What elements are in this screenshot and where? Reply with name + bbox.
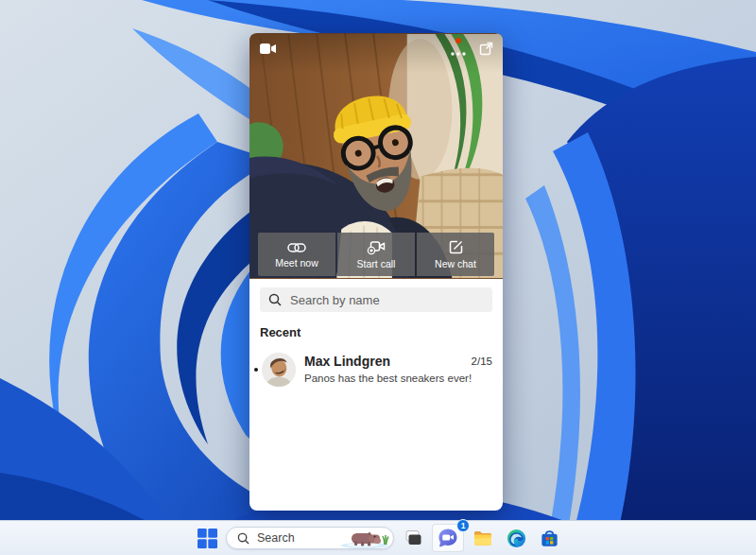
link-icon <box>287 241 306 254</box>
hippo-daily-image <box>340 528 391 548</box>
taskbar: Search <box>0 520 756 555</box>
meet-now-button[interactable]: Meet now <box>258 233 335 276</box>
camera-icon <box>260 42 276 59</box>
conversation-name: Max Lindgren <box>304 354 472 370</box>
start-call-button[interactable]: Start call <box>337 233 415 276</box>
task-view-button[interactable] <box>399 524 427 552</box>
compose-icon <box>448 239 464 255</box>
recent-section-label: Recent <box>260 325 492 339</box>
search-icon <box>237 532 249 545</box>
file-explorer-icon <box>472 527 494 549</box>
unread-indicator <box>254 368 258 372</box>
quick-actions: Meet now Start call New chat <box>258 233 494 276</box>
taskbar-search-box[interactable]: Search <box>226 527 394 549</box>
edge-icon <box>506 528 527 549</box>
microsoft-store-button[interactable] <box>535 524 563 552</box>
conversation-row[interactable]: Max Lindgren Panos has the best sneakers… <box>249 348 503 391</box>
more-options-icon[interactable] <box>451 43 466 60</box>
file-explorer-button[interactable] <box>469 524 497 552</box>
conversation-date: 2/15 <box>472 356 492 367</box>
windows-logo-icon <box>198 529 217 548</box>
video-call-plus-icon <box>367 239 386 255</box>
video-topbar <box>249 33 503 73</box>
start-call-label: Start call <box>357 258 396 269</box>
conversation-message: Panos has the best sneakers ever! <box>304 372 472 386</box>
avatar <box>262 353 296 387</box>
conversation-text: Max Lindgren Panos has the best sneakers… <box>304 354 472 386</box>
notification-dot <box>455 38 461 43</box>
search-by-name-field[interactable] <box>260 287 492 312</box>
chat-notification-badge: 1 <box>456 519 470 532</box>
taskbar-search-label: Search <box>257 531 333 545</box>
microsoft-store-icon <box>539 528 560 549</box>
new-chat-label: New chat <box>435 258 476 269</box>
new-chat-button[interactable]: New chat <box>417 233 494 276</box>
open-window-icon[interactable] <box>479 42 493 60</box>
search-icon <box>268 293 282 306</box>
task-view-icon <box>403 528 423 548</box>
start-button[interactable] <box>193 524 221 552</box>
edge-browser-button[interactable] <box>502 524 530 552</box>
chat-teams-button[interactable]: 1 <box>432 524 464 552</box>
self-video-preview: Meet now Start call New chat <box>249 33 503 279</box>
search-input[interactable] <box>290 293 484 307</box>
meet-now-label: Meet now <box>275 257 318 269</box>
chat-flyout-panel: Meet now Start call New chat <box>249 33 503 511</box>
chat-teams-icon <box>437 527 459 549</box>
